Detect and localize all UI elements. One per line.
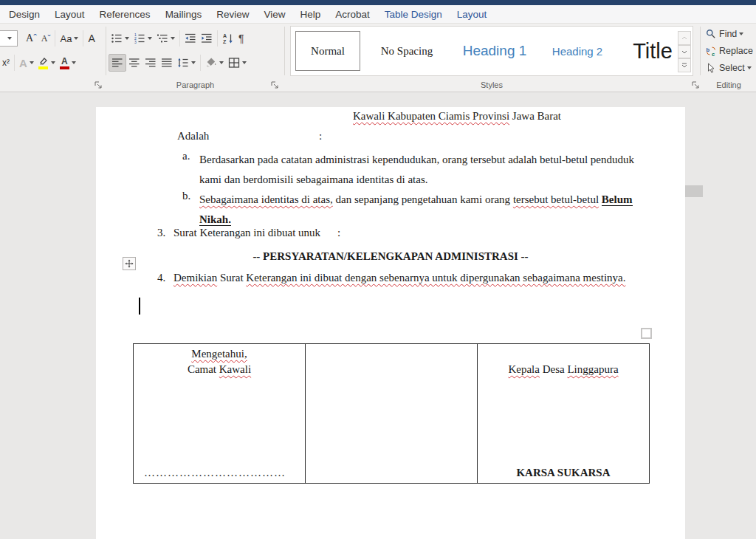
svg-text:A: A [223,33,227,38]
text-effects-button[interactable]: A [17,54,36,72]
bullets-button[interactable] [109,30,131,47]
multilevel-list-icon [157,32,168,44]
find-button[interactable]: Find [706,26,755,42]
font-color-button[interactable]: A [58,54,78,72]
tab-mailings[interactable]: Mailings [158,5,210,23]
table-cell-left[interactable]: Mengetahui, Camat Kawali ……………………………… [133,343,306,484]
shading-button[interactable] [203,54,226,72]
table-resize-handle[interactable] [641,328,652,339]
tab-references[interactable]: References [92,5,158,23]
sort-icon: AZ [222,32,234,44]
tab-review[interactable]: Review [209,5,256,23]
table-move-handle[interactable] [123,257,136,270]
tab-layout[interactable]: Layout [47,5,92,23]
align-left-button[interactable] [109,54,126,72]
document-workspace: 1 19 123456789101112131415161718 Kawali … [0,92,756,539]
paragraph-dialog-launcher[interactable] [270,80,279,89]
title-bar-strip [0,0,756,5]
increase-indent-button[interactable] [199,30,215,47]
highlighter-icon [38,57,49,66]
group-separator [700,27,701,75]
shrink-font-button[interactable]: Aˇ [39,30,53,47]
ribbon-tabs-bar: Design Layout References Mailings Review… [0,5,756,24]
font-size-dropdown[interactable] [0,30,18,47]
list-marker-4: 4. [157,272,165,284]
decrease-indent-button[interactable] [182,30,199,47]
change-case-button[interactable]: Aa [58,30,80,47]
styles-dialog-launcher[interactable] [691,80,700,89]
tab-acrobat[interactable]: Acrobat [328,5,377,23]
signer-name: KARSA SUKARSA [482,467,645,479]
replace-icon: bc [706,46,716,56]
doc-heading-persyaratan: -- PERSYARATAN/KELENGKAPAN ADMINISTRASI … [96,250,685,263]
align-center-button[interactable] [126,54,142,72]
multilevel-list-button[interactable] [154,30,177,47]
kepala-desa-heading: Kepala Desa Linggapura [482,346,645,377]
justify-icon [161,57,173,69]
tab-design[interactable]: Design [1,5,47,23]
sort-button[interactable]: AZ [220,30,236,47]
borders-button[interactable] [226,54,249,72]
group-separator [106,27,106,75]
document-page[interactable]: Kawali Kabupaten Ciamis Provinsi Jawa Ba… [96,107,685,539]
justify-button[interactable] [159,54,175,72]
highlight-button[interactable] [36,54,58,72]
paragraph-group-label: Paragraph [109,80,282,89]
signature-table: Mengetahui, Camat Kawali ……………………………… Ke… [133,343,650,484]
align-center-icon [128,57,140,69]
align-right-button[interactable] [142,54,159,72]
increase-indent-icon [201,32,213,44]
style-no-spacing[interactable]: No Spacing [368,31,446,71]
gallery-scroll-down-button[interactable] [678,45,691,59]
text-cursor [139,298,140,315]
show-formatting-marks-button[interactable]: ¶ [236,30,247,47]
numbering-button[interactable]: 123 [131,30,154,47]
list-item-a: Berdasarkan pada catatan administrasi ke… [199,150,642,190]
grow-font-button[interactable]: Aˆ [24,30,39,47]
clear-formatting-button[interactable]: A [86,30,97,47]
borders-grid-icon [228,57,240,69]
select-arrow-icon [706,63,716,73]
group-separator [284,27,285,75]
paint-bucket-icon [205,57,217,69]
gallery-scroll-up-button[interactable] [678,31,691,45]
ribbon: Aˆ Aˇ Aa A x² A A 123 [0,24,756,79]
align-right-icon [145,57,157,69]
align-left-icon [111,57,123,69]
svg-text:b: b [707,47,710,53]
editing-group-label: Editing [701,80,756,89]
replace-button[interactable]: bc Replace [706,43,755,59]
move-cross-icon [125,259,134,268]
signature-dotted-line: ……………………………… [138,467,300,479]
pilcrow-icon: ¶ [238,32,244,44]
svg-text:c: c [712,51,715,57]
search-icon [706,29,716,39]
tab-table-design[interactable]: Table Design [377,5,450,23]
font-dialog-launcher[interactable] [94,80,103,89]
list-marker-a: a. [182,150,190,162]
style-heading-1[interactable]: Heading 1 [453,31,536,71]
gallery-more-button[interactable] [678,58,691,72]
doc-adalah-label: Adalah [177,130,209,143]
numbered-list-icon: 123 [134,32,145,44]
list-marker-3: 3. [157,227,165,239]
style-normal[interactable]: Normal [295,31,360,71]
editing-group: Find bc Replace Select [706,26,755,77]
table-cell-right[interactable]: Kepala Desa Linggapura KARSA SUKARSA [478,343,650,484]
doc-item-3-colon: : [337,227,340,239]
svg-text:Z: Z [223,39,227,44]
superscript-button[interactable]: x² [0,54,12,72]
line-spacing-button[interactable] [175,54,198,72]
tab-table-layout[interactable]: Layout [450,5,495,23]
tab-help[interactable]: Help [292,5,328,23]
doc-adalah-colon: : [319,130,322,143]
style-heading-2[interactable]: Heading 2 [543,31,611,71]
styles-gallery: Normal No Spacing Heading 1 Heading 2 Ti… [290,26,693,76]
table-cell-middle[interactable] [306,343,478,484]
camat-heading: Mengetahui, Camat Kawali [138,346,300,377]
list-item-b: Sebagaimana identitas di atas, dan sepan… [199,190,642,230]
line-spacing-icon [177,57,189,69]
select-button[interactable]: Select [706,60,755,76]
tab-view[interactable]: View [256,5,292,23]
styles-group-label: Styles [290,80,693,89]
